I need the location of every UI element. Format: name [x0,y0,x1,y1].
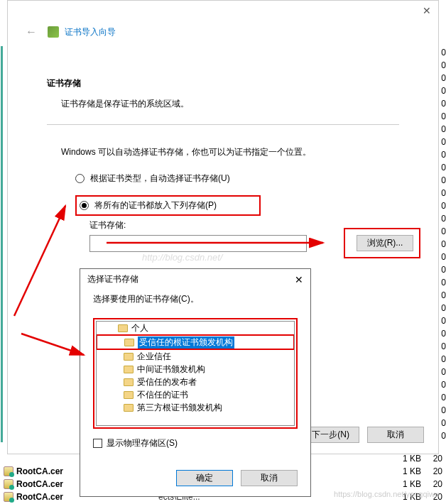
bg-list-indicators [1,46,6,442]
section-desc: 证书存储是保存证书的系统区域。 [61,98,399,110]
folder-icon [124,391,134,399]
back-arrow-icon[interactable]: ← [26,26,37,38]
sub-desc: 选择要使用的证书存储(C)。 [93,293,298,305]
select-store-dialog: 选择证书存储 ✕ 选择要使用的证书存储(C)。 个人 受信任的根证书颁发机构 [80,268,311,497]
cancel-button[interactable]: 取消 [367,427,424,443]
show-physical-row[interactable]: 显示物理存储区(S) [93,437,298,449]
highlight-radio: 将所有的证书都放入下列存储(P) [75,195,261,216]
radio-auto[interactable] [75,174,85,183]
folder-icon [124,378,134,386]
tree-item-third-party[interactable]: 第三方根证书颁发机构 [97,401,294,414]
show-physical-checkbox[interactable] [93,439,102,448]
store-input[interactable] [89,235,307,252]
sub-cancel-button[interactable]: 取消 [241,470,298,486]
radio-manual-label: 将所有的证书都放入下列存储(P) [94,199,217,212]
tree-item-intermediate[interactable]: 中间证书颁发机构 [97,363,294,376]
browse-button[interactable]: 浏览(R)... [357,235,413,251]
folder-icon [124,353,134,361]
highlight-browse: 浏览(R)... [344,228,420,258]
radio-auto-label: 根据证书类型，自动选择证书存储(U) [90,172,230,185]
highlight-selected-item: 受信任的根证书颁发机构 [96,334,295,350]
tree-item-enterprise[interactable]: 企业信任 [97,350,294,363]
folder-icon [118,324,128,332]
radio-auto-row[interactable]: 根据证书类型，自动选择证书存储(U) [75,172,399,185]
cert-icon [4,492,13,502]
highlight-tree: 个人 受信任的根证书颁发机构 企业信任 中间证书颁发机构 [93,318,298,429]
wizard-buttons: 下一步(N) 取消 [297,427,424,443]
tree-item-personal[interactable]: 个人 [97,322,294,334]
ok-button[interactable]: 确定 [176,470,233,486]
section-title: 证书存储 [47,77,399,89]
wizard-title: 证书导入向导 [65,26,116,38]
tree-item-trusted-pub[interactable]: 受信任的发布者 [97,376,294,388]
cert-icon [4,479,13,489]
tree-item-untrusted[interactable]: 不信任的证书 [97,388,294,401]
store-tree[interactable]: 个人 受信任的根证书颁发机构 企业信任 中间证书颁发机构 [96,321,295,426]
folder-icon [124,366,134,373]
wizard-icon [48,26,59,38]
bg-right-col: 0000000000000000000000000000000 [441,46,446,442]
tree-item-trusted-root[interactable]: 受信任的根证书颁发机构 [97,336,293,349]
sub-dialog-header: 选择证书存储 ✕ [80,269,310,290]
sub-dialog-content: 选择要使用的证书存储(C)。 个人 受信任的根证书颁发机构 企业信任 [80,290,310,453]
sub-dialog-buttons: 确定 取消 [170,470,298,486]
separator [47,124,399,125]
watermark: https://blog.csdn.net/yongqiwu [334,490,439,498]
sub-dialog-title: 选择证书存储 [87,273,138,285]
folder-icon [124,404,134,412]
folder-icon [124,339,134,346]
watermark-mid: http://blog.csdn.net/ [142,252,222,263]
instruction-text: Windows 可以自动选择证书存储，你也可以为证书指定一个位置。 [61,146,399,158]
radio-manual-row[interactable]: 将所有的证书都放入下列存储(P) [80,199,217,212]
wizard-header: ← 证书导入向导 [8,1,438,45]
sub-close-icon[interactable]: ✕ [295,274,303,285]
radio-manual[interactable] [80,201,89,210]
show-physical-label: 显示物理存储区(S) [107,437,178,449]
radio-group: 根据证书类型，自动选择证书存储(U) 将所有的证书都放入下列存储(P) [75,172,399,216]
close-icon[interactable]: ✕ [423,5,431,16]
cert-icon [4,466,13,476]
